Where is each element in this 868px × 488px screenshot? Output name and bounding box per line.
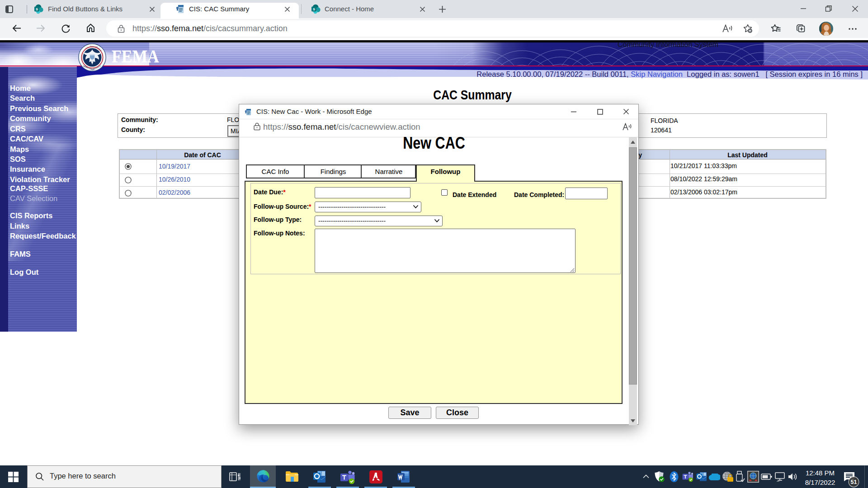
- svg-text:51: 51: [851, 479, 857, 485]
- svg-text:s: s: [36, 7, 38, 11]
- svg-text:s: s: [313, 7, 315, 11]
